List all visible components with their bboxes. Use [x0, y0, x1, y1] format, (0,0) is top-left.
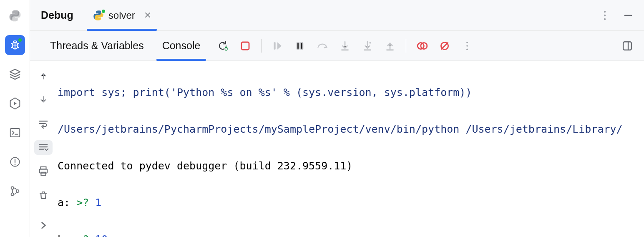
console-content-row: import sys; print('Python %s on %s' % (s… — [30, 61, 644, 237]
clear-all-icon[interactable] — [34, 188, 53, 202]
close-tab-icon[interactable] — [144, 11, 151, 20]
services-icon[interactable] — [5, 93, 25, 113]
titlebar-right — [597, 8, 640, 23]
layout-icon[interactable] — [619, 38, 636, 54]
left-tool-rail — [0, 0, 30, 237]
toolbar-separator — [261, 39, 262, 53]
more-options-icon[interactable] — [597, 8, 612, 23]
python-file-icon — [93, 10, 104, 21]
svg-rect-23 — [623, 42, 631, 50]
step-into-icon[interactable] — [337, 38, 353, 54]
debug-titlebar: Debug solver — [30, 0, 644, 31]
run-config-label: solver — [108, 10, 135, 21]
console-line: Connected to pydev debugger (build 232.9… — [58, 157, 642, 175]
rerun-debug-icon[interactable] — [214, 38, 231, 54]
mute-breakpoints-icon[interactable] — [436, 38, 453, 54]
step-into-my-code-icon[interactable] — [359, 38, 376, 54]
svg-rect-12 — [242, 42, 249, 50]
terminal-icon[interactable] — [5, 123, 25, 143]
layers-icon[interactable] — [5, 64, 25, 84]
toolbar-separator-2 — [406, 39, 406, 53]
svg-point-21 — [467, 45, 468, 47]
svg-rect-14 — [297, 43, 299, 49]
console-line: /Users/jetbrains/PycharmProjects/mySampl… — [58, 120, 642, 139]
tab-threads-variables[interactable]: Threads & Variables — [41, 31, 153, 61]
console-line: import sys; print('Python %s on %s' % (s… — [58, 83, 642, 102]
stop-icon[interactable] — [237, 38, 254, 54]
console-prompt-b: b: >? 10 — [58, 230, 642, 237]
debug-subtabs: Threads & Variables Console — [30, 31, 644, 61]
chevron-right-icon[interactable] — [34, 221, 53, 237]
debug-title: Debug — [41, 9, 73, 21]
resume-icon[interactable] — [269, 38, 286, 54]
soft-wrap-icon[interactable] — [34, 116, 53, 131]
minimize-panel-icon[interactable] — [621, 8, 636, 23]
scroll-to-top-icon[interactable] — [34, 68, 53, 83]
svg-point-3 — [14, 164, 15, 165]
step-out-icon[interactable] — [382, 38, 398, 54]
python-tool-icon[interactable] — [5, 6, 25, 26]
svg-point-6 — [16, 190, 19, 192]
layout-settings — [619, 38, 644, 54]
svg-point-4 — [11, 187, 13, 189]
vcs-icon[interactable] — [5, 181, 25, 201]
view-breakpoints-icon[interactable] — [414, 38, 430, 54]
step-over-icon[interactable] — [314, 38, 331, 54]
app-root: Debug solver — [0, 0, 644, 237]
toolbar-more-icon[interactable] — [459, 38, 475, 54]
svg-rect-1 — [10, 129, 20, 137]
svg-point-22 — [467, 48, 468, 50]
svg-point-9 — [604, 18, 606, 20]
pause-icon[interactable] — [292, 38, 308, 54]
console-output[interactable]: import sys; print('Python %s on %s' % (s… — [57, 61, 644, 237]
svg-point-16 — [370, 42, 371, 43]
main-panel: Debug solver — [30, 0, 644, 237]
svg-point-8 — [604, 14, 606, 16]
svg-point-7 — [604, 10, 606, 12]
debug-tool-icon[interactable] — [5, 35, 25, 55]
svg-point-20 — [467, 41, 468, 43]
console-gutter — [30, 61, 57, 237]
svg-rect-13 — [274, 42, 276, 49]
run-config-tab[interactable]: solver — [87, 0, 157, 30]
scroll-to-end-icon[interactable] — [34, 140, 53, 155]
debug-toolbar — [214, 38, 475, 54]
problems-icon[interactable] — [5, 152, 25, 172]
print-icon[interactable] — [34, 164, 53, 179]
svg-point-5 — [11, 193, 13, 195]
scroll-to-bottom-icon[interactable] — [34, 92, 53, 107]
console-prompt-a: a: >? 1 — [58, 194, 642, 212]
svg-rect-15 — [301, 43, 303, 49]
tab-console[interactable]: Console — [153, 31, 210, 61]
